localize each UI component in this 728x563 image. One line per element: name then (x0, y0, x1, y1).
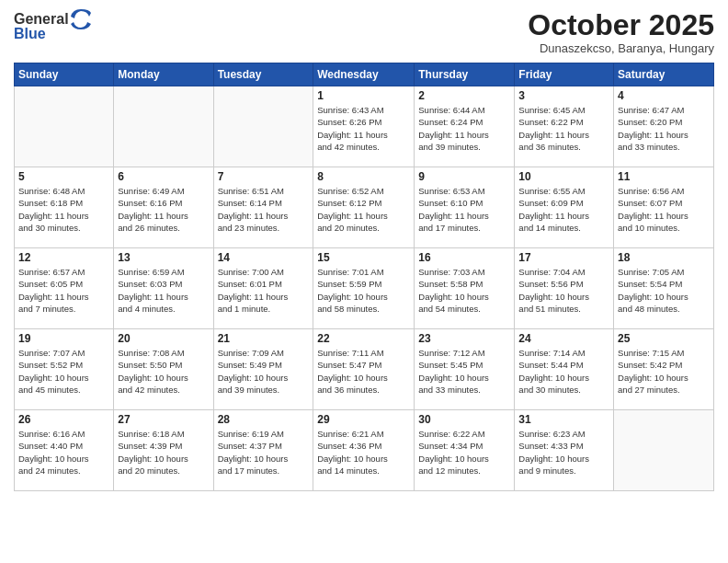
day-number: 11 (618, 170, 710, 183)
logo-blue-text: Blue (14, 26, 46, 42)
day-info: Sunrise: 6:56 AMSunset: 6:07 PMDaylight:… (618, 185, 710, 234)
day-info: Sunrise: 7:00 AMSunset: 6:01 PMDaylight:… (218, 266, 310, 315)
day-number: 12 (18, 251, 109, 264)
day-cell: 14Sunrise: 7:00 AMSunset: 6:01 PMDayligh… (213, 248, 313, 329)
day-number: 8 (317, 170, 410, 183)
day-info: Sunrise: 6:51 AMSunset: 6:14 PMDaylight:… (218, 185, 310, 234)
day-info: Sunrise: 6:52 AMSunset: 6:12 PMDaylight:… (317, 185, 410, 234)
day-number: 24 (518, 332, 609, 345)
day-number: 22 (317, 332, 410, 345)
day-info: Sunrise: 7:05 AMSunset: 5:54 PMDaylight:… (618, 266, 710, 315)
day-info: Sunrise: 7:07 AMSunset: 5:52 PMDaylight:… (18, 347, 109, 396)
day-cell: 23Sunrise: 7:12 AMSunset: 5:45 PMDayligh… (415, 329, 515, 410)
day-info: Sunrise: 6:48 AMSunset: 6:18 PMDaylight:… (18, 185, 109, 234)
day-cell (614, 410, 714, 491)
week-row-2: 12Sunrise: 6:57 AMSunset: 6:05 PMDayligh… (15, 248, 714, 329)
header-saturday: Saturday (614, 63, 714, 86)
day-number: 28 (218, 413, 310, 426)
day-info: Sunrise: 7:14 AMSunset: 5:44 PMDaylight:… (518, 347, 609, 396)
day-number: 4 (618, 89, 710, 102)
day-info: Sunrise: 6:16 AMSunset: 4:40 PMDaylight:… (18, 428, 109, 477)
day-number: 18 (618, 251, 710, 264)
day-cell: 17Sunrise: 7:04 AMSunset: 5:56 PMDayligh… (515, 248, 614, 329)
day-info: Sunrise: 6:23 AMSunset: 4:33 PMDaylight:… (518, 428, 609, 477)
weekday-header-row: Sunday Monday Tuesday Wednesday Thursday… (15, 63, 714, 86)
day-info: Sunrise: 6:49 AMSunset: 6:16 PMDaylight:… (118, 185, 209, 234)
day-info: Sunrise: 6:22 AMSunset: 4:34 PMDaylight:… (418, 428, 510, 477)
day-info: Sunrise: 7:15 AMSunset: 5:42 PMDaylight:… (618, 347, 710, 396)
day-number: 7 (218, 170, 310, 183)
day-cell: 2Sunrise: 6:44 AMSunset: 6:24 PMDaylight… (415, 86, 515, 167)
day-number: 23 (418, 332, 510, 345)
day-cell: 20Sunrise: 7:08 AMSunset: 5:50 PMDayligh… (114, 329, 213, 410)
day-cell: 28Sunrise: 6:19 AMSunset: 4:37 PMDayligh… (213, 410, 313, 491)
day-info: Sunrise: 7:03 AMSunset: 5:58 PMDaylight:… (418, 266, 510, 315)
day-info: Sunrise: 6:55 AMSunset: 6:09 PMDaylight:… (518, 185, 609, 234)
day-number: 31 (518, 413, 609, 426)
calendar-page: General Blue October 2025 Dunaszekcso, B… (0, 0, 728, 563)
day-info: Sunrise: 6:18 AMSunset: 4:39 PMDaylight:… (118, 428, 209, 477)
day-cell: 19Sunrise: 7:07 AMSunset: 5:52 PMDayligh… (15, 329, 114, 410)
day-number: 14 (218, 251, 310, 264)
day-cell (15, 86, 114, 167)
header-thursday: Thursday (415, 63, 515, 86)
day-cell: 18Sunrise: 7:05 AMSunset: 5:54 PMDayligh… (614, 248, 714, 329)
day-number: 6 (118, 170, 209, 183)
day-cell: 22Sunrise: 7:11 AMSunset: 5:47 PMDayligh… (313, 329, 415, 410)
day-cell: 29Sunrise: 6:21 AMSunset: 4:36 PMDayligh… (313, 410, 415, 491)
week-row-1: 5Sunrise: 6:48 AMSunset: 6:18 PMDaylight… (15, 167, 714, 248)
day-cell: 15Sunrise: 7:01 AMSunset: 5:59 PMDayligh… (313, 248, 415, 329)
day-cell: 31Sunrise: 6:23 AMSunset: 4:33 PMDayligh… (515, 410, 614, 491)
logo-icon (71, 9, 91, 29)
day-info: Sunrise: 7:04 AMSunset: 5:56 PMDaylight:… (518, 266, 609, 315)
day-cell: 5Sunrise: 6:48 AMSunset: 6:18 PMDaylight… (15, 167, 114, 248)
day-number: 16 (418, 251, 510, 264)
day-cell: 1Sunrise: 6:43 AMSunset: 6:26 PMDaylight… (313, 86, 415, 167)
day-number: 27 (118, 413, 209, 426)
day-info: Sunrise: 6:43 AMSunset: 6:26 PMDaylight:… (317, 104, 410, 153)
day-info: Sunrise: 7:08 AMSunset: 5:50 PMDaylight:… (118, 347, 209, 396)
day-cell: 10Sunrise: 6:55 AMSunset: 6:09 PMDayligh… (515, 167, 614, 248)
day-cell: 12Sunrise: 6:57 AMSunset: 6:05 PMDayligh… (15, 248, 114, 329)
day-number: 20 (118, 332, 209, 345)
week-row-3: 19Sunrise: 7:07 AMSunset: 5:52 PMDayligh… (15, 329, 714, 410)
day-info: Sunrise: 7:01 AMSunset: 5:59 PMDaylight:… (317, 266, 410, 315)
day-number: 5 (18, 170, 109, 183)
day-number: 25 (618, 332, 710, 345)
day-info: Sunrise: 6:19 AMSunset: 4:37 PMDaylight:… (218, 428, 310, 477)
day-info: Sunrise: 6:57 AMSunset: 6:05 PMDaylight:… (18, 266, 109, 315)
day-number: 15 (317, 251, 410, 264)
day-info: Sunrise: 7:09 AMSunset: 5:49 PMDaylight:… (218, 347, 310, 396)
day-cell: 16Sunrise: 7:03 AMSunset: 5:58 PMDayligh… (415, 248, 515, 329)
title-area: October 2025 Dunaszekcso, Baranya, Hunga… (528, 9, 714, 55)
location: Dunaszekcso, Baranya, Hungary (528, 41, 714, 55)
day-number: 19 (18, 332, 109, 345)
day-cell: 4Sunrise: 6:47 AMSunset: 6:20 PMDaylight… (614, 86, 714, 167)
day-number: 17 (518, 251, 609, 264)
day-number: 29 (317, 413, 410, 426)
day-cell: 6Sunrise: 6:49 AMSunset: 6:16 PMDaylight… (114, 167, 213, 248)
day-number: 9 (418, 170, 510, 183)
day-cell: 27Sunrise: 6:18 AMSunset: 4:39 PMDayligh… (114, 410, 213, 491)
day-cell: 26Sunrise: 6:16 AMSunset: 4:40 PMDayligh… (15, 410, 114, 491)
header-monday: Monday (114, 63, 213, 86)
day-cell: 24Sunrise: 7:14 AMSunset: 5:44 PMDayligh… (515, 329, 614, 410)
day-info: Sunrise: 6:44 AMSunset: 6:24 PMDaylight:… (418, 104, 510, 153)
day-info: Sunrise: 6:53 AMSunset: 6:10 PMDaylight:… (418, 185, 510, 234)
day-number: 10 (518, 170, 609, 183)
day-info: Sunrise: 7:11 AMSunset: 5:47 PMDaylight:… (317, 347, 410, 396)
header-sunday: Sunday (15, 63, 114, 86)
day-cell: 8Sunrise: 6:52 AMSunset: 6:12 PMDaylight… (313, 167, 415, 248)
week-row-4: 26Sunrise: 6:16 AMSunset: 4:40 PMDayligh… (15, 410, 714, 491)
day-info: Sunrise: 6:59 AMSunset: 6:03 PMDaylight:… (118, 266, 209, 315)
day-cell: 11Sunrise: 6:56 AMSunset: 6:07 PMDayligh… (614, 167, 714, 248)
day-cell (114, 86, 213, 167)
day-cell: 3Sunrise: 6:45 AMSunset: 6:22 PMDaylight… (515, 86, 614, 167)
day-cell (213, 86, 313, 167)
day-cell: 9Sunrise: 6:53 AMSunset: 6:10 PMDaylight… (415, 167, 515, 248)
week-row-0: 1Sunrise: 6:43 AMSunset: 6:26 PMDaylight… (15, 86, 714, 167)
day-cell: 21Sunrise: 7:09 AMSunset: 5:49 PMDayligh… (213, 329, 313, 410)
day-cell: 25Sunrise: 7:15 AMSunset: 5:42 PMDayligh… (614, 329, 714, 410)
day-number: 3 (518, 89, 609, 102)
header: General Blue October 2025 Dunaszekcso, B… (14, 9, 714, 55)
